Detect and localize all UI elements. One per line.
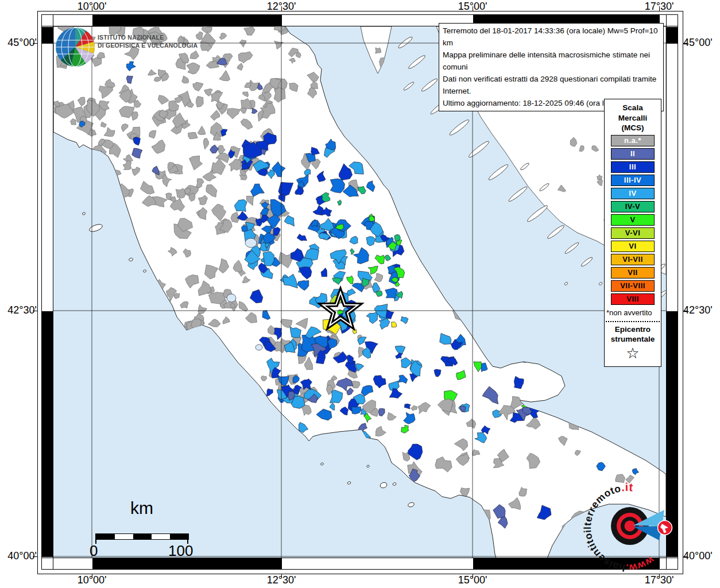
legend-swatch-viii: VIII bbox=[611, 293, 655, 305]
axis-label-left: 40°00' bbox=[0, 550, 37, 562]
legend-items: n.a.*IIIIIIII-IVIVIV-VVV-VIVIVI-VIIVIIVI… bbox=[605, 135, 661, 305]
frame-band bbox=[41, 14, 53, 570]
axis-label-bottom: 12°30' bbox=[256, 574, 307, 586]
legend-swatch-ii: II bbox=[611, 148, 655, 160]
legend-title-line: (MCS) bbox=[605, 123, 661, 133]
epicenter-legend-title: Epicentro strumentale bbox=[605, 325, 661, 345]
info-line-map: Mappa preliminare delle intensità macros… bbox=[443, 49, 660, 74]
info-line-data: Dati non verificati estratti da 2928 que… bbox=[443, 74, 660, 98]
legend-footnote: *non avvertito bbox=[605, 308, 661, 317]
legend-title-line: Mercalli bbox=[605, 113, 661, 123]
frame-corner bbox=[41, 558, 53, 570]
scalebar-end-value: 100 bbox=[168, 542, 193, 560]
axis-label-bottom: 15°00' bbox=[447, 574, 498, 586]
legend-swatch-vii: VII bbox=[611, 267, 655, 278]
epicenter-title-line: strumentale bbox=[605, 335, 661, 345]
legend-swatch-na: n.a.* bbox=[611, 135, 655, 146]
axis-label-top: 12°30' bbox=[256, 1, 307, 13]
axis-label-right: 42°30' bbox=[683, 304, 720, 316]
scalebar bbox=[96, 533, 189, 540]
legend-swatch-viiviii: VII-VIII bbox=[611, 280, 655, 292]
scalebar-start-value: 0 bbox=[90, 542, 98, 560]
epicenter-star-symbol: ☆ bbox=[605, 345, 661, 362]
legend-swatch-vvi: V-VI bbox=[611, 227, 655, 239]
ingv-text-line1: ISTITUTO NAZIONALE bbox=[98, 33, 198, 41]
axis-label-top: 17°30' bbox=[633, 1, 685, 13]
legend-title-line: Scala bbox=[605, 103, 661, 113]
info-line-event: Terremoto del 18-01-2017 14:33:36 (ora l… bbox=[443, 25, 660, 49]
axis-label-bottom: 10°00' bbox=[66, 574, 118, 586]
axis-label-bottom: 17°30' bbox=[633, 574, 685, 586]
axis-label-top: 15°00' bbox=[447, 1, 498, 13]
legend-swatch-vi: VI bbox=[611, 241, 655, 252]
macroseismic-map-page: Terremoto del 18-01-2017 14:33:36 (ora l… bbox=[0, 0, 720, 588]
ingv-text-line2: DI GEOFISICA E VULCANOLOGIA bbox=[98, 41, 198, 49]
legend-swatch-v: V bbox=[611, 214, 655, 226]
axis-label-left: 45°00' bbox=[0, 37, 37, 49]
frame-corner bbox=[41, 14, 53, 26]
ingv-logo-text: ISTITUTO NAZIONALE DI GEOFISICA E VULCAN… bbox=[98, 33, 198, 49]
axis-label-left: 42°30' bbox=[0, 304, 37, 316]
legend-divider bbox=[606, 321, 660, 322]
legend-swatch-iv: IV bbox=[611, 188, 655, 199]
legend-title: Scala Mercalli (MCS) bbox=[605, 103, 661, 133]
epicenter-title-line: Epicentro bbox=[605, 325, 661, 335]
legend-swatch-vivii: VI-VII bbox=[611, 254, 655, 265]
frame-corner bbox=[666, 14, 678, 26]
mercalli-scale-legend: Scala Mercalli (MCS) n.a.*IIIIIIII-IVIVI… bbox=[604, 99, 661, 367]
bullseye-center-dot bbox=[625, 521, 636, 532]
axis-label-right: 40°00' bbox=[683, 550, 720, 562]
legend-swatch-iiiiv: III-IV bbox=[611, 175, 655, 186]
scalebar-unit-label: km bbox=[118, 498, 166, 518]
legend-swatch-iii: III bbox=[611, 161, 655, 173]
axis-label-top: 10°00' bbox=[66, 1, 118, 13]
axis-label-right: 45°00' bbox=[683, 37, 720, 49]
ingv-globe-logo bbox=[53, 25, 97, 69]
legend-swatch-ivv: IV-V bbox=[611, 201, 655, 212]
haisentito-watermark-logo: www.haisentitoilterremoto.it bbox=[577, 475, 692, 585]
